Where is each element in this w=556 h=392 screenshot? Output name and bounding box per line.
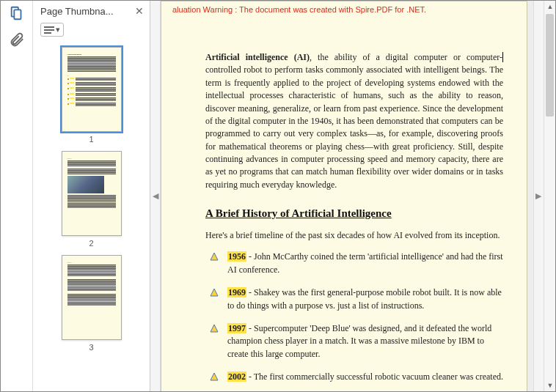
- vertical-scrollbar[interactable]: ▲ ▼: [544, 1, 555, 391]
- chevron-down-icon: ▾: [56, 25, 60, 34]
- section-lead: Here's a brief timeline of the past six …: [205, 229, 503, 242]
- thumbnails-header: Page Thumbna... ✕: [33, 1, 150, 20]
- thumbnail-options-button[interactable]: ▾: [40, 23, 64, 37]
- section-heading: A Brief History of Artificial Intelligen…: [205, 206, 503, 222]
- thumbnails-toolbar: ▾: [33, 20, 150, 41]
- scroll-up-icon[interactable]: ▲: [544, 1, 556, 12]
- svg-rect-3: [44, 29, 54, 31]
- timeline-year: 1956: [227, 251, 246, 262]
- thumbnail-page-2[interactable]: ——— ———— 2: [62, 151, 122, 248]
- scrollbar-thumb[interactable]: [546, 14, 554, 117]
- pdf-tool-rail: [1, 1, 33, 391]
- collapse-right-handle[interactable]: ▶: [533, 1, 544, 391]
- chevron-right-icon: ▶: [535, 191, 541, 201]
- thumbnail-page-3[interactable]: ——— ———— 3: [62, 255, 122, 352]
- bullet-icon: [210, 252, 219, 261]
- timeline-year: 2002: [227, 371, 246, 382]
- timeline-text: - Supercomputer 'Deep Blue' was designed…: [227, 323, 491, 359]
- chevron-left-icon: ◀: [153, 191, 158, 201]
- list-item: 1969 - Shakey was the first general-purp…: [205, 286, 503, 312]
- timeline-year: 1997: [227, 323, 246, 333]
- thumbnails-panel: Page Thumbna... ✕ ▾ Artificial Intellige…: [33, 1, 150, 391]
- evaluation-warning: aluation Warning : The document was crea…: [172, 4, 503, 16]
- attachments-icon[interactable]: [9, 32, 25, 48]
- bullet-icon: [210, 372, 219, 381]
- list-item: 1997 - Supercomputer 'Deep Blue' was des…: [205, 322, 503, 360]
- timeline-year: 1969: [227, 287, 246, 297]
- timeline-list: 1956 - John McCarthy coined the term 'ar…: [205, 251, 503, 391]
- thumbnail-label: 1: [89, 135, 93, 144]
- svg-rect-4: [44, 32, 51, 34]
- list-item: 1956 - John McCarthy coined the term 'ar…: [205, 251, 503, 276]
- bullet-icon: [210, 288, 219, 297]
- timeline-text: - Shakey was the first general-purpose m…: [227, 287, 502, 310]
- timeline-text: - John McCarthy coined the term 'artific…: [227, 251, 503, 274]
- intro-continued: controlled robot to perform tasks common…: [205, 64, 503, 190]
- thumbnails-list[interactable]: Artificial Intelligence — 1 ——— ———— 2: [33, 41, 150, 391]
- thumbnail-label: 3: [89, 343, 93, 352]
- thumbnails-icon[interactable]: [9, 5, 25, 21]
- intro-line1: , the ability of a digital computer or c…: [310, 52, 502, 62]
- bullet-icon: [210, 324, 219, 333]
- close-icon[interactable]: ✕: [135, 5, 144, 17]
- svg-rect-1: [14, 10, 21, 19]
- collapse-left-handle[interactable]: ◀: [150, 1, 161, 391]
- list-item: 2002 - The first commercially successful…: [205, 371, 503, 383]
- svg-rect-2: [44, 26, 54, 28]
- thumbnails-title: Page Thumbna...: [40, 6, 114, 17]
- scroll-down-icon[interactable]: ▼: [544, 380, 556, 391]
- thumbnail-page-1[interactable]: Artificial Intelligence — 1: [62, 47, 122, 144]
- timeline-text: - The first commercially successful robo…: [246, 371, 503, 382]
- intro-bold: Artificial intelligence (AI): [205, 52, 310, 62]
- thumbnail-label: 2: [89, 239, 93, 248]
- document-viewport: ◀ aluation Warning : The document was cr…: [150, 1, 555, 391]
- pdf-page-1: aluation Warning : The document was crea…: [161, 1, 527, 391]
- intro-paragraph: Artificial intelligence (AI), the abilit…: [205, 51, 503, 191]
- document-scroll[interactable]: aluation Warning : The document was crea…: [161, 1, 533, 391]
